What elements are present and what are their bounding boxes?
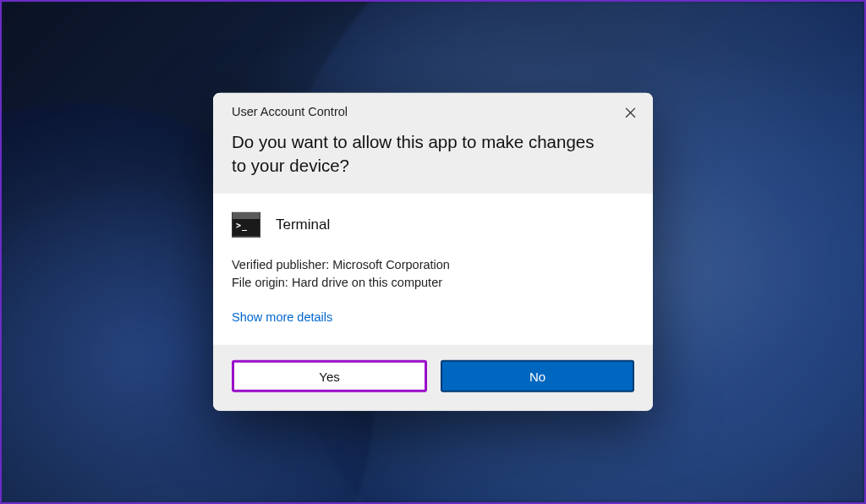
- uac-footer: Yes No: [213, 345, 653, 411]
- uac-body: Terminal Verified publisher: Microsoft C…: [213, 194, 653, 345]
- app-name: Terminal: [276, 216, 330, 233]
- uac-header: User Account Control Do you want to allo…: [213, 93, 653, 194]
- yes-button[interactable]: Yes: [232, 360, 427, 392]
- app-row: Terminal: [232, 212, 634, 238]
- no-button[interactable]: No: [441, 360, 634, 392]
- origin-line: File origin: Hard drive on this computer: [232, 274, 634, 292]
- dialog-title: User Account Control: [232, 105, 634, 118]
- uac-dialog: User Account Control Do you want to allo…: [213, 93, 653, 411]
- publisher-line: Verified publisher: Microsoft Corporatio…: [232, 256, 634, 274]
- show-more-details-link[interactable]: Show more details: [232, 310, 332, 324]
- terminal-icon: [232, 212, 260, 238]
- close-icon: [625, 107, 636, 118]
- close-button[interactable]: [619, 101, 641, 123]
- uac-question: Do you want to allow this app to make ch…: [232, 130, 634, 177]
